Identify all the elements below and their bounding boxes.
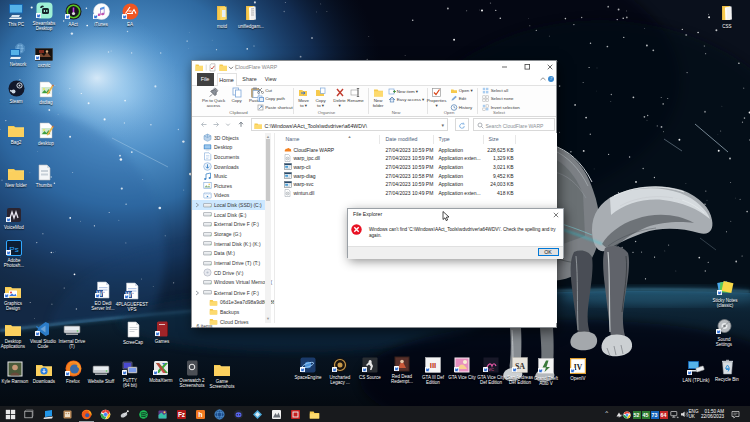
svg-text:VC: VC [488,367,494,372]
svg-text:IV: IV [574,363,583,372]
svg-text:h: h [198,411,202,418]
svg-text:III: III [430,361,437,370]
svg-text:Fz: Fz [177,411,185,418]
